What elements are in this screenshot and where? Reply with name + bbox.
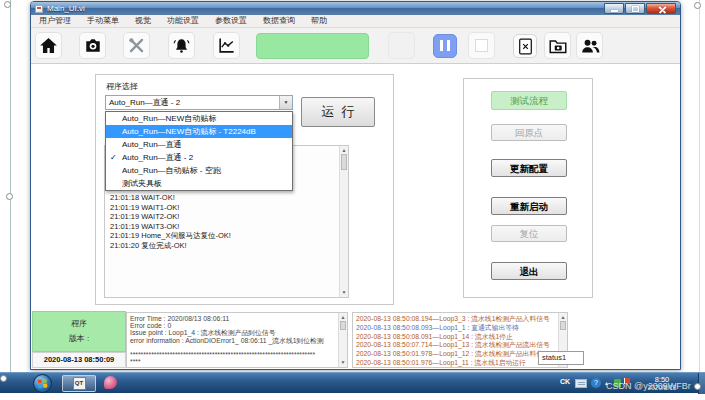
dropdown-item[interactable]: Auto_Run—直通 [106,138,292,151]
reset-button[interactable]: 复位 [491,225,567,242]
event-log-line: 2020-08-13 08:50:01.976—Loop1_11 : 流水线1启… [356,359,557,368]
selection-handle [694,2,701,9]
menu-data-query[interactable]: 数据查询 [255,15,303,27]
taskbar: QT CK ? ▲ 8:50 2020/8/13 [0,372,705,393]
tools-button[interactable] [123,32,150,59]
dropdown-item[interactable]: Auto_Run—自动贴标 - 空跑 [106,164,292,177]
home-icon [39,36,58,55]
dropdown-item-label: Auto_Run—自动贴标 - 空跑 [122,166,221,175]
dropdown-item-label: 测试夹具板 [122,179,162,188]
title-bar[interactable]: Main_UI.vi [31,2,680,15]
start-button[interactable] [33,374,52,393]
dropdown-item[interactable]: Auto_Run—NEW自动贴标 [106,112,292,125]
close-button[interactable] [646,3,676,14]
excel-report-icon [518,38,533,55]
event-log-line: 2020-08-13 08:50:08.194—Loop3_3 : 流水线1检测… [356,315,557,324]
dropdown-item-checked[interactable]: ✓Auto_Run—直通 - 2 [106,151,292,164]
help-icon[interactable]: ? [591,378,601,388]
chart-icon [217,36,236,55]
scroll-up-icon[interactable]: ▲ [339,314,347,321]
report-button[interactable] [513,34,537,58]
exit-button[interactable]: 退出 [491,262,567,280]
menu-help[interactable]: 帮助 [303,15,335,27]
menu-function-settings[interactable]: 功能设置 [159,15,207,27]
scroll-down-icon[interactable]: ▼ [339,359,347,366]
alarm-button[interactable] [168,32,195,59]
error-line: Error code : 0 [130,322,337,329]
dropdown-item-label: Auto_Run—NEW自动贴标 [122,114,216,123]
chart-button[interactable] [213,32,240,59]
run-button[interactable]: 运行 [301,97,375,127]
window-icon [35,5,43,13]
log-line: 21:01:18 WAIT-OK! [110,193,348,203]
scroll-down-icon[interactable]: ▼ [340,289,348,296]
snapshot-button[interactable] [544,32,571,59]
menu-vision[interactable]: 视觉 [127,15,159,27]
scroll-up-icon[interactable]: ▲ [559,314,567,321]
camera-button[interactable] [79,32,106,59]
scroll-thumb[interactable] [341,154,347,170]
dropdown-item-label: Auto_Run—直通 [122,140,182,149]
error-separator: ****************************************… [130,351,337,358]
pause-button[interactable] [433,34,457,58]
log-line: 21:01:20 复位完成-OK! [110,241,348,251]
minimize-button[interactable] [604,3,624,14]
run-log-scrollbar[interactable]: ▲ ▼ [339,146,348,297]
stop-button[interactable] [468,32,495,59]
menu-parameter-settings[interactable]: 参数设置 [207,15,255,27]
chevron-down-icon: ▼ [284,99,289,105]
users-button[interactable] [576,32,603,59]
log-line: 21:01:19 WAIT1-OK! [110,203,348,213]
test-flow-button[interactable]: 测试流程 [491,91,567,110]
error-scrollbar[interactable]: ▲ ▼ [338,313,347,367]
dropdown-item-label: Auto_Run—NEW自动贴标 - T2224dB [122,127,256,136]
program-panel: 程序选择 Auto_Run—直通 - 2 ▼ 运行 Auto_Run—NEW自动… [95,74,394,305]
log-line: 21:01:19 WAIT2-OK! [110,212,348,222]
play-button[interactable] [388,32,415,59]
toolbar [31,28,680,64]
pause-icon [438,37,452,55]
scroll-up-icon[interactable]: ▲ [340,147,348,154]
program-combobox[interactable]: Auto_Run—直通 - 2 ▼ [105,95,293,110]
combobox-arrow-button[interactable]: ▼ [279,96,292,109]
minimize-icon [611,10,618,12]
event-log-line: 2020-08-13 08:50:08.093—Loop1_1 : 直通式输出等… [356,324,557,333]
window-title: Main_UI.vi [43,4,85,13]
taskbar-app-button[interactable]: QT [62,375,96,392]
home-button[interactable] [35,32,62,59]
menu-manual[interactable]: 手动菜单 [79,15,127,27]
version-datetime: 2020-08-13 08:50:09 [32,352,126,368]
dropdown-item-highlighted[interactable]: Auto_Run—NEW自动贴标 - T2224dB [106,125,292,138]
keyboard-icon[interactable] [575,379,587,388]
selection-handle [4,1,11,8]
home-position-button[interactable]: 回原点 [491,124,567,141]
dropdown-item[interactable]: 测试夹具板 [106,177,292,190]
camera-icon [83,36,103,55]
taskbar-icon-pink[interactable] [104,376,117,389]
maximize-button[interactable] [625,3,645,14]
program-version-box: 程序 版本 : [32,311,126,352]
update-config-button[interactable]: 更新配置 [491,159,567,177]
menu-bar: 用户管理 手动菜单 视觉 功能设置 参数设置 数据查询 帮助 [31,15,680,28]
error-line: error information : ActionDIOError1_ 08:… [130,337,337,344]
log-line: 21:01:19 Home_X伺服马达复位-OK! [110,231,348,241]
event-log-line: 2020-08-13 08:50:08.091—Loop1_14 : 流水线1停… [356,333,557,342]
event-log-panel[interactable]: 2020-08-13 08:50:08.194—Loop3_3 : 流水线1检测… [352,312,568,368]
menu-user-management[interactable]: 用户管理 [31,15,79,27]
restart-button[interactable]: 重新启动 [491,197,567,215]
program-version-label-2: 版本 : [33,333,125,344]
error-line: **** [130,358,337,365]
selection-handle [6,193,13,200]
program-dropdown-list: Auto_Run—NEW自动贴标 Auto_Run—NEW自动贴标 - T222… [105,111,293,191]
error-panel[interactable]: Error Time : 2020/08/13 08:06:11 Error c… [126,312,348,368]
event-log-line: 2020-08-13 08:50:01.978—Loop1_12 : 流水线检测… [356,350,557,359]
watermark: CSDN @y2009WFBr [606,381,691,391]
status-indicator [256,33,369,59]
scroll-thumb[interactable] [560,321,566,330]
maximize-icon [632,6,639,12]
windows-logo-icon [38,379,48,389]
check-icon: ✓ [110,151,117,164]
language-indicator[interactable]: CK [560,378,570,385]
qt-app-icon: QT [73,377,86,390]
scroll-thumb[interactable] [340,321,346,330]
